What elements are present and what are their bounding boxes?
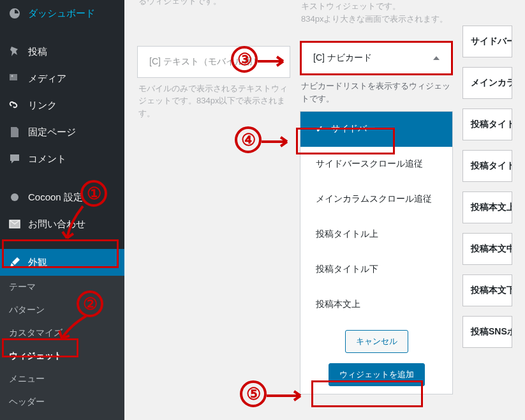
placement-sidebar[interactable]: サイドバー — [300, 112, 452, 147]
mail-icon — [8, 217, 22, 231]
sidebar-item-contact[interactable]: お問い合わせ — [0, 211, 124, 237]
widget-desc-partial: るウィジェットです。 — [137, 0, 290, 8]
add-widget-button[interactable]: ウィジェットを追加 — [329, 363, 425, 386]
area-main-scroll[interactable]: メインカラムスクロール追従 — [462, 67, 512, 99]
sidebar-label: 投稿 — [28, 46, 47, 58]
svg-point-0 — [11, 75, 13, 77]
submenu-themes[interactable]: テーマ — [0, 276, 124, 299]
widget-areas-column: サイドバー メインカラムスクロール追従 投稿タイトル上 投稿タイトル下 投稿本文… — [462, 0, 512, 394]
sidebar-label: 外観 — [28, 257, 47, 269]
widget-title: [C] テキスト（モバイル用） — [149, 56, 262, 68]
sidebar-label: コメント — [28, 153, 66, 165]
submenu-background[interactable]: 背景 — [0, 414, 124, 420]
admin-sidebar: ダッシュボード 投稿 メディア リンク 固定ページ コメント Cocoon 設定 — [0, 0, 124, 420]
sidebar-label: Cocoon 設定 — [28, 191, 83, 204]
area-post-body-bottom[interactable]: 投稿本文下 — [462, 274, 512, 306]
area-post-body-top[interactable]: 投稿本文上 — [462, 191, 512, 223]
sidebar-item-cocoon[interactable]: Cocoon 設定 — [0, 184, 124, 211]
sidebar-item-links[interactable]: リンク — [0, 92, 124, 119]
available-widgets-right: キストウィジェットです。 834pxより大きな画面で表示されます。 [C] ナビ… — [300, 0, 453, 394]
page-icon — [8, 125, 22, 139]
widget-desc: モバイルのみで表示されるテキストウィジェットです。834px以下で表示されます。 — [137, 82, 290, 120]
sidebar-item-comments[interactable]: コメント — [0, 146, 124, 172]
placement-main-scroll[interactable]: メインカラムスクロール追従 — [300, 182, 452, 217]
area-sidebar[interactable]: サイドバー — [462, 26, 512, 57]
placement-post-title-top[interactable]: 投稿タイトル上 — [300, 217, 452, 252]
widget-desc: ナビカードリストを表示するウィジェットです。 — [300, 80, 453, 105]
main-content: るウィジェットです。 [C] テキスト（モバイル用） モバイルのみで表示されるテ… — [124, 0, 525, 420]
area-post-sns[interactable]: 投稿SNSボタン上 — [462, 316, 512, 348]
caret-up-icon — [433, 56, 440, 60]
sidebar-label: メディア — [28, 73, 66, 85]
placement-list[interactable]: サイドバー サイドバースクロール追従 メインカラムスクロール追従 投稿タイトル上… — [300, 112, 452, 322]
sidebar-item-media[interactable]: メディア — [0, 65, 124, 92]
sidebar-label: 固定ページ — [28, 126, 76, 139]
widget-desc-partial: キストウィジェットです。 834pxより大きな画面で表示されます。 — [300, 0, 453, 25]
cancel-button[interactable]: キャンセル — [345, 330, 408, 353]
brush-icon — [8, 255, 22, 269]
area-post-body-mid[interactable]: 投稿本文中 — [462, 233, 512, 265]
placement-sidebar-scroll[interactable]: サイドバースクロール追従 — [300, 147, 452, 182]
sidebar-item-posts[interactable]: 投稿 — [0, 38, 124, 65]
sidebar-label: リンク — [28, 100, 57, 112]
placement-post-title-bottom[interactable]: 投稿タイトル下 — [300, 252, 452, 287]
widget-text-mobile[interactable]: [C] テキスト（モバイル用） — [137, 46, 290, 78]
sidebar-label: お問い合わせ — [28, 218, 85, 230]
appearance-submenu: テーマ パターン カスタマイズ ウィジェット メニュー ヘッダー 背景 — [0, 276, 124, 420]
widget-navicard[interactable]: [C] ナビカード — [300, 41, 453, 75]
widget-title: [C] ナビカード — [313, 52, 372, 64]
submenu-patterns[interactable]: パターン — [0, 299, 124, 322]
pin-icon — [8, 45, 22, 59]
svg-point-1 — [11, 193, 18, 201]
placement-dropdown: サイドバー サイドバースクロール追従 メインカラムスクロール追従 投稿タイトル上… — [300, 111, 453, 394]
area-post-title-top[interactable]: 投稿タイトル上 — [462, 109, 512, 140]
circle-icon — [8, 190, 22, 204]
media-icon — [8, 71, 22, 86]
sidebar-item-appearance[interactable]: 外観 — [0, 249, 124, 276]
available-widgets-left: るウィジェットです。 [C] テキスト（モバイル用） モバイルのみで表示されるテ… — [137, 0, 290, 394]
link-icon — [8, 98, 22, 112]
submenu-header[interactable]: ヘッダー — [0, 391, 124, 414]
sidebar-item-dashboard[interactable]: ダッシュボード — [0, 0, 124, 27]
sidebar-label: ダッシュボード — [28, 8, 95, 20]
sidebar-item-pages[interactable]: 固定ページ — [0, 119, 124, 146]
submenu-customize[interactable]: カスタマイズ — [0, 322, 124, 345]
submenu-menus[interactable]: メニュー — [0, 368, 124, 391]
comment-icon — [8, 152, 22, 166]
area-post-title-bottom[interactable]: 投稿タイトル下 — [462, 150, 512, 182]
submenu-widgets[interactable]: ウィジェット — [0, 345, 124, 368]
dashboard-icon — [8, 6, 22, 20]
placement-post-body-top[interactable]: 投稿本文上 — [300, 287, 452, 322]
